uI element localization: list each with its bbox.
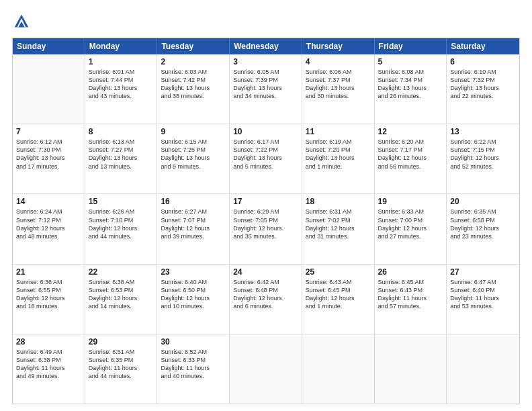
cell-line: Sunset: 7:27 PM xyxy=(89,146,154,154)
calendar-cell: 19Sunrise: 6:33 AMSunset: 7:00 PMDayligh… xyxy=(375,194,447,263)
cell-line: Daylight: 13 hours xyxy=(16,154,81,162)
cell-line: Sunset: 7:34 PM xyxy=(378,76,443,84)
cell-line: Daylight: 12 hours xyxy=(378,154,443,162)
cell-line: Daylight: 13 hours xyxy=(450,84,516,92)
cell-line: Sunrise: 6:08 AM xyxy=(378,68,443,76)
weekday-header: Wednesday xyxy=(230,38,302,54)
calendar-cell xyxy=(230,334,302,404)
cell-line: Sunset: 7:32 PM xyxy=(450,76,516,84)
cell-line: Sunrise: 6:52 AM xyxy=(161,348,226,356)
cell-line: and 31 minutes. xyxy=(306,232,371,240)
calendar-cell: 27Sunrise: 6:47 AMSunset: 6:40 PMDayligh… xyxy=(447,265,519,334)
weekday-header: Friday xyxy=(375,38,447,54)
calendar-row: 21Sunrise: 6:36 AMSunset: 6:55 PMDayligh… xyxy=(13,265,519,334)
calendar-cell: 29Sunrise: 6:51 AMSunset: 6:35 PMDayligh… xyxy=(85,334,158,404)
cell-line: and 27 minutes. xyxy=(378,232,443,240)
calendar-cell xyxy=(447,334,519,404)
cell-line: Sunrise: 6:47 AM xyxy=(450,278,516,286)
weekday-header: Sunday xyxy=(13,38,85,54)
cell-line: Daylight: 12 hours xyxy=(306,224,371,232)
cell-line: Sunrise: 6:06 AM xyxy=(306,68,371,76)
cell-line: Sunset: 6:48 PM xyxy=(233,286,298,294)
cell-line: Sunset: 7:17 PM xyxy=(378,146,443,154)
cell-line: Sunset: 6:38 PM xyxy=(16,356,81,364)
calendar-cell: 15Sunrise: 6:26 AMSunset: 7:10 PMDayligh… xyxy=(85,194,158,263)
calendar-cell xyxy=(13,54,85,124)
cell-line: Sunset: 7:12 PM xyxy=(16,216,81,224)
day-number: 11 xyxy=(306,127,371,136)
cell-line: Sunset: 6:55 PM xyxy=(16,286,81,294)
cell-line: and 9 minutes. xyxy=(161,163,226,171)
calendar-cell: 1Sunrise: 6:01 AMSunset: 7:44 PMDaylight… xyxy=(85,54,158,124)
cell-line: Daylight: 12 hours xyxy=(233,294,298,302)
cell-line: Sunrise: 6:31 AM xyxy=(306,208,371,216)
cell-line: Daylight: 11 hours xyxy=(450,294,516,302)
day-number: 6 xyxy=(450,57,516,66)
cell-line: Sunset: 7:15 PM xyxy=(450,146,516,154)
day-number: 24 xyxy=(233,267,298,277)
cell-line: Sunset: 6:40 PM xyxy=(450,286,516,294)
cell-line: Sunrise: 6:12 AM xyxy=(16,138,81,146)
cell-line: Sunrise: 6:45 AM xyxy=(378,278,443,286)
cell-line: Sunrise: 6:42 AM xyxy=(233,278,298,286)
day-number: 18 xyxy=(306,197,371,206)
calendar-cell: 2Sunrise: 6:03 AMSunset: 7:42 PMDaylight… xyxy=(157,54,230,124)
cell-line: Sunrise: 6:17 AM xyxy=(233,138,298,146)
cell-line: Daylight: 12 hours xyxy=(16,294,81,302)
day-number: 7 xyxy=(16,127,81,136)
calendar-row: 1Sunrise: 6:01 AMSunset: 7:44 PMDaylight… xyxy=(13,54,519,124)
calendar-cell: 21Sunrise: 6:36 AMSunset: 6:55 PMDayligh… xyxy=(13,265,85,334)
cell-line: and 1 minute. xyxy=(306,163,371,171)
cell-line: Sunset: 6:58 PM xyxy=(450,216,516,224)
day-number: 12 xyxy=(378,127,443,136)
logo xyxy=(12,12,34,31)
day-number: 15 xyxy=(89,197,154,206)
cell-line: and 17 minutes. xyxy=(16,163,81,171)
cell-line: Daylight: 11 hours xyxy=(16,364,81,372)
cell-line: Sunset: 6:50 PM xyxy=(161,286,226,294)
cell-line: Sunset: 7:42 PM xyxy=(161,76,226,84)
logo-icon xyxy=(12,12,31,31)
cell-line: and 5 minutes. xyxy=(233,163,298,171)
calendar-body: 1Sunrise: 6:01 AMSunset: 7:44 PMDaylight… xyxy=(13,54,519,404)
cell-line: Sunrise: 6:51 AM xyxy=(89,348,154,356)
cell-line: Daylight: 12 hours xyxy=(161,294,226,302)
calendar-cell: 14Sunrise: 6:24 AMSunset: 7:12 PMDayligh… xyxy=(13,194,85,263)
cell-line: and 49 minutes. xyxy=(16,372,81,380)
cell-line: Sunrise: 6:03 AM xyxy=(161,68,226,76)
cell-line: and 26 minutes. xyxy=(378,92,443,100)
calendar-cell: 13Sunrise: 6:22 AMSunset: 7:15 PMDayligh… xyxy=(447,124,519,193)
cell-line: and 22 minutes. xyxy=(450,92,516,100)
cell-line: Daylight: 13 hours xyxy=(161,154,226,162)
cell-line: Sunset: 7:37 PM xyxy=(306,76,371,84)
cell-line: and 38 minutes. xyxy=(161,92,226,100)
cell-line: and 52 minutes. xyxy=(450,163,516,171)
cell-line: Daylight: 13 hours xyxy=(233,84,298,92)
cell-line: Sunset: 7:44 PM xyxy=(89,76,154,84)
calendar-cell: 24Sunrise: 6:42 AMSunset: 6:48 PMDayligh… xyxy=(230,265,302,334)
calendar-cell: 16Sunrise: 6:27 AMSunset: 7:07 PMDayligh… xyxy=(157,194,230,263)
day-number: 26 xyxy=(378,267,443,277)
cell-line: Sunrise: 6:15 AM xyxy=(161,138,226,146)
day-number: 14 xyxy=(16,197,81,206)
cell-line: Daylight: 12 hours xyxy=(89,224,154,232)
cell-line: Daylight: 12 hours xyxy=(378,224,443,232)
cell-line: and 57 minutes. xyxy=(378,302,443,310)
day-number: 25 xyxy=(306,267,371,277)
cell-line: Daylight: 13 hours xyxy=(306,84,371,92)
cell-line: Daylight: 12 hours xyxy=(450,154,516,162)
cell-line: Sunset: 6:35 PM xyxy=(89,356,154,364)
cell-line: Sunset: 7:30 PM xyxy=(16,146,81,154)
cell-line: Sunset: 7:25 PM xyxy=(161,146,226,154)
cell-line: Sunset: 7:22 PM xyxy=(233,146,298,154)
cell-line: Sunrise: 6:26 AM xyxy=(89,208,154,216)
cell-line: Sunset: 7:20 PM xyxy=(306,146,371,154)
cell-line: Sunset: 7:07 PM xyxy=(161,216,226,224)
day-number: 30 xyxy=(161,337,226,347)
calendar-cell: 28Sunrise: 6:49 AMSunset: 6:38 PMDayligh… xyxy=(13,334,85,404)
cell-line: and 53 minutes. xyxy=(450,302,516,310)
cell-line: Sunrise: 6:36 AM xyxy=(16,278,81,286)
cell-line: Daylight: 12 hours xyxy=(306,294,371,302)
weekday-header: Monday xyxy=(85,38,158,54)
cell-line: and 10 minutes. xyxy=(161,302,226,310)
